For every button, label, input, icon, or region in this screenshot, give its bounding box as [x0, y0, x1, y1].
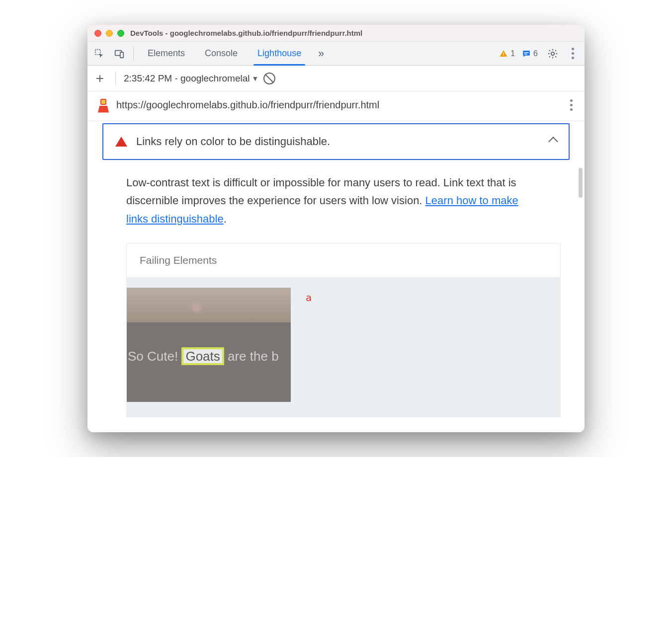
- clear-report-icon[interactable]: [263, 73, 275, 84]
- more-options-icon[interactable]: [564, 45, 582, 63]
- messages-count[interactable]: 6: [522, 49, 538, 58]
- warnings-count[interactable]: 1: [499, 49, 515, 58]
- new-report-button[interactable]: +: [92, 71, 107, 86]
- warnings-count-value: 1: [510, 49, 515, 58]
- report-content: Links rely on color to be distinguishabl…: [87, 123, 585, 432]
- issue-counters[interactable]: 1 6: [495, 49, 542, 58]
- audit-link-color-distinguishable[interactable]: Links rely on color to be distinguishabl…: [102, 123, 570, 160]
- failing-elements-header: Failing Elements: [127, 243, 560, 278]
- tab-elements[interactable]: Elements: [139, 42, 194, 66]
- failing-elements-table: Failing Elements So Cute! Goats are the …: [126, 243, 561, 417]
- thumb-text-pre: So Cute!: [128, 349, 181, 364]
- audit-title: Links rely on color to be distinguishabl…: [136, 135, 541, 148]
- message-icon: [522, 49, 531, 58]
- inspect-element-icon[interactable]: [90, 45, 108, 63]
- device-toolbar-icon[interactable]: [110, 45, 128, 63]
- messages-count-value: 6: [533, 49, 538, 58]
- element-tag-name[interactable]: a: [306, 288, 312, 402]
- report-selector-label: 2:35:42 PM - googlechromelal: [124, 73, 250, 84]
- settings-icon[interactable]: [544, 45, 562, 63]
- devtools-tabstrip: Elements Console Lighthouse » 1 6: [87, 42, 585, 66]
- tab-lighthouse[interactable]: Lighthouse: [249, 42, 310, 66]
- report-url: https://googlechromelabs.github.io/frien…: [116, 99, 561, 111]
- close-window-button[interactable]: [94, 30, 101, 37]
- more-tabs-icon[interactable]: »: [312, 45, 330, 63]
- traffic-lights: [94, 30, 124, 37]
- warning-icon: [499, 49, 508, 58]
- svg-rect-4: [503, 55, 504, 56]
- maximize-window-button[interactable]: [117, 30, 124, 37]
- svg-rect-6: [524, 54, 527, 55]
- window-title: DevTools - googlechromelabs.github.io/fr…: [130, 29, 362, 37]
- element-screenshot-thumb[interactable]: So Cute! Goats are the b: [127, 288, 291, 402]
- chevron-up-icon: [548, 137, 558, 147]
- devtools-window: DevTools - googlechromelabs.github.io/fr…: [87, 25, 585, 432]
- scrollbar-thumb[interactable]: [579, 168, 583, 198]
- macos-titlebar: DevTools - googlechromelabs.github.io/fr…: [87, 25, 585, 42]
- svg-rect-5: [524, 52, 529, 53]
- svg-rect-2: [120, 52, 123, 58]
- svg-rect-3: [503, 52, 504, 54]
- thumb-highlighted-link: Goats: [181, 347, 224, 366]
- svg-point-7: [551, 52, 554, 55]
- divider: [115, 72, 116, 85]
- report-selector[interactable]: 2:35:42 PM - googlechromelal ▼: [124, 73, 258, 84]
- audit-description: Low-contrast text is difficult or imposs…: [102, 160, 530, 233]
- chevron-down-icon: ▼: [252, 75, 258, 82]
- report-url-row: https://googlechromelabs.github.io/frien…: [87, 91, 585, 121]
- fail-icon: [115, 137, 127, 147]
- audit-description-suffix: .: [224, 213, 227, 225]
- lighthouse-toolbar: + 2:35:42 PM - googlechromelal ▼: [87, 66, 585, 91]
- divider: [133, 47, 134, 61]
- report-menu-icon[interactable]: [567, 96, 576, 114]
- failing-elements-body: So Cute! Goats are the b a: [127, 278, 560, 417]
- tab-console[interactable]: Console: [196, 42, 247, 66]
- minimize-window-button[interactable]: [106, 30, 113, 37]
- thumb-text-post: are the b: [224, 349, 279, 364]
- lighthouse-logo-icon: [96, 98, 110, 113]
